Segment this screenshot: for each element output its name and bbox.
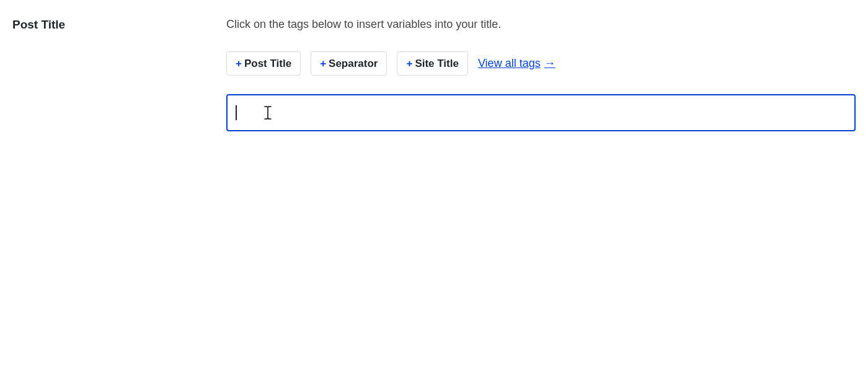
tag-button-site-title[interactable]: + Site Title [397,51,467,76]
tag-button-label: Separator [329,58,378,69]
tag-button-separator[interactable]: + Separator [311,51,387,76]
plus-icon: + [406,58,412,69]
view-all-tags-link[interactable]: View all tags → [478,57,556,70]
hint-text: Click on the tags below to insert variab… [226,17,856,32]
post-title-input[interactable] [226,94,856,131]
view-all-label: View all tags [478,57,541,70]
tag-buttons-row: + Post Title + Separator + Site Title Vi… [226,51,856,76]
arrow-right-icon: → [544,57,556,70]
field-content-column: Click on the tags below to insert variab… [226,17,856,131]
field-label-column: Post Title [12,17,226,33]
plus-icon: + [236,58,242,69]
tag-button-post-title[interactable]: + Post Title [226,51,301,76]
field-label: Post Title [12,17,226,33]
tag-button-label: Post Title [244,58,291,69]
tag-button-label: Site Title [415,58,459,69]
title-input-wrapper [226,94,856,131]
text-caret-icon [236,105,237,120]
plus-icon: + [320,58,326,69]
